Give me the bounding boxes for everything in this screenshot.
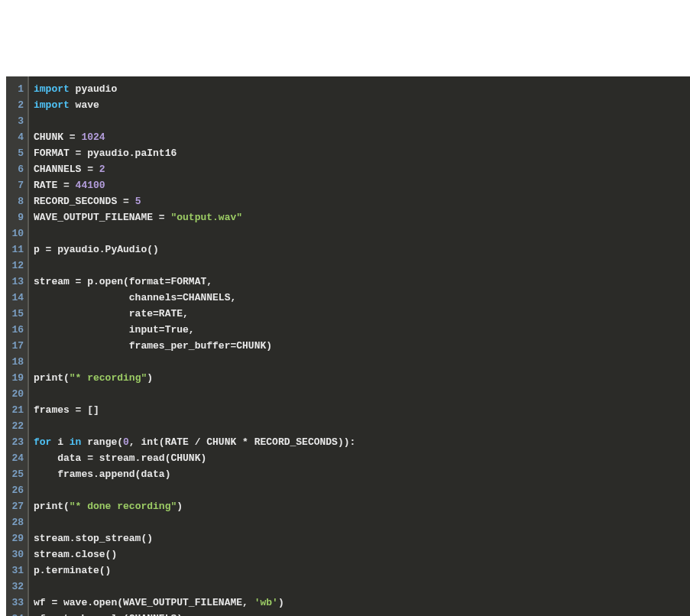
code-line[interactable]: import pyaudio [34, 81, 690, 97]
code-line[interactable]: stream.stop_stream() [34, 530, 690, 546]
code-line[interactable]: frames_per_buffer=CHUNK) [34, 338, 690, 354]
line-number: 29 [6, 530, 24, 546]
code-line[interactable]: RECORD_SECONDS = 5 [34, 193, 690, 209]
line-number: 19 [6, 370, 24, 386]
code-token: data = stream.read(CHUNK) [34, 452, 206, 464]
code-token: wf.setnchannels(CHANNELS) [34, 613, 183, 616]
code-token: pyaudio [70, 83, 117, 95]
code-line[interactable]: import wave [34, 97, 690, 113]
code-line[interactable]: stream = p.open(format=FORMAT, [34, 274, 690, 290]
code-token: RECORD_SECONDS = [34, 196, 135, 207]
line-number: 30 [6, 546, 24, 563]
line-number: 5 [6, 145, 24, 161]
code-line[interactable]: frames = [] [34, 402, 690, 418]
code-line[interactable]: WAVE_OUTPUT_FILENAME = "output.wav" [34, 209, 690, 225]
code-line[interactable]: CHANNELS = 2 [34, 161, 690, 177]
line-number: 4 [6, 129, 24, 145]
code-line[interactable] [34, 354, 690, 370]
code-line[interactable]: input=True, [34, 322, 690, 338]
line-number: 26 [6, 482, 24, 498]
line-number: 31 [6, 563, 24, 579]
code-token: RATE = [34, 180, 76, 191]
code-line[interactable]: p.terminate() [34, 563, 690, 579]
code-line[interactable] [34, 258, 690, 274]
code-line[interactable] [34, 386, 690, 402]
code-token: p.terminate() [34, 565, 111, 576]
line-number: 14 [6, 290, 24, 306]
code-token: stream.close() [34, 549, 117, 560]
code-line[interactable]: channels=CHANNELS, [34, 290, 690, 306]
code-editor[interactable]: 1234567891011121314151617181920212223242… [6, 76, 690, 616]
code-token: rate=RATE, [34, 308, 189, 319]
code-token: 'wb' [254, 597, 278, 608]
line-number-gutter: 1234567891011121314151617181920212223242… [6, 76, 29, 616]
code-token: import [34, 99, 70, 111]
code-token: i [51, 436, 69, 448]
code-token: wave [70, 99, 99, 111]
code-line[interactable]: data = stream.read(CHUNK) [34, 450, 690, 466]
line-number: 21 [6, 402, 24, 418]
code-line[interactable]: stream.close() [34, 546, 690, 563]
code-token: 0 [123, 436, 129, 448]
code-line[interactable] [34, 418, 690, 434]
line-number: 16 [6, 322, 24, 338]
code-token: frames_per_buffer=CHUNK) [34, 340, 272, 352]
code-token: in [70, 436, 82, 448]
code-line[interactable] [34, 579, 690, 595]
code-token: import [34, 83, 70, 95]
code-token: wf = wave.open(WAVE_OUTPUT_FILENAME, [34, 597, 254, 608]
code-token: stream.stop_stream() [34, 533, 153, 544]
code-line[interactable]: RATE = 44100 [34, 177, 690, 193]
code-token: range( [81, 436, 123, 448]
code-line[interactable]: rate=RATE, [34, 306, 690, 322]
code-token: frames = [] [34, 404, 99, 416]
code-token: 1024 [81, 131, 105, 143]
code-token: print( [34, 372, 70, 384]
code-token: CHANNELS = [34, 164, 99, 175]
code-token: ) [278, 597, 284, 608]
line-number: 6 [6, 161, 24, 177]
code-token: print( [34, 501, 70, 512]
code-token: , int(RATE / CHUNK * RECORD_SECONDS)): [129, 436, 355, 448]
line-number: 20 [6, 386, 24, 402]
line-number: 8 [6, 193, 24, 209]
code-line[interactable]: for i in range(0, int(RATE / CHUNK * REC… [34, 434, 690, 450]
code-line[interactable]: print("* done recording") [34, 498, 690, 514]
line-number: 25 [6, 466, 24, 482]
code-token: "output.wav" [170, 212, 242, 223]
line-number: 3 [6, 113, 24, 129]
code-token: 2 [99, 164, 105, 175]
line-number: 27 [6, 498, 24, 514]
line-number: 1 [6, 81, 24, 97]
line-number: 13 [6, 274, 24, 290]
line-number: 28 [6, 514, 24, 530]
code-line[interactable]: wf.setnchannels(CHANNELS) [34, 611, 690, 616]
line-number: 10 [6, 225, 24, 242]
code-line[interactable]: print("* recording") [34, 370, 690, 386]
line-number: 2 [6, 97, 24, 113]
code-token: input=True, [34, 324, 195, 336]
code-line[interactable] [34, 225, 690, 242]
code-line[interactable] [34, 482, 690, 498]
code-line[interactable] [34, 514, 690, 530]
code-token: ) [147, 372, 153, 384]
code-token: ) [177, 501, 183, 512]
code-token: 5 [135, 196, 141, 207]
code-line[interactable]: frames.append(data) [34, 466, 690, 482]
line-number: 33 [6, 595, 24, 611]
line-number: 32 [6, 579, 24, 595]
line-number: 9 [6, 209, 24, 225]
code-token: channels=CHANNELS, [34, 292, 236, 303]
code-area[interactable]: import pyaudioimport wave CHUNK = 1024FO… [29, 76, 690, 616]
code-line[interactable]: p = pyaudio.PyAudio() [34, 242, 690, 258]
code-line[interactable]: FORMAT = pyaudio.paInt16 [34, 145, 690, 161]
code-token: CHUNK = [34, 131, 81, 143]
line-number: 18 [6, 354, 24, 370]
code-line[interactable]: wf = wave.open(WAVE_OUTPUT_FILENAME, 'wb… [34, 595, 690, 611]
code-line[interactable]: CHUNK = 1024 [34, 129, 690, 145]
code-token: for [34, 436, 51, 448]
code-line[interactable] [34, 113, 690, 129]
code-token: WAVE_OUTPUT_FILENAME = [34, 212, 170, 223]
line-number: 12 [6, 258, 24, 274]
code-token: 44100 [76, 180, 105, 191]
